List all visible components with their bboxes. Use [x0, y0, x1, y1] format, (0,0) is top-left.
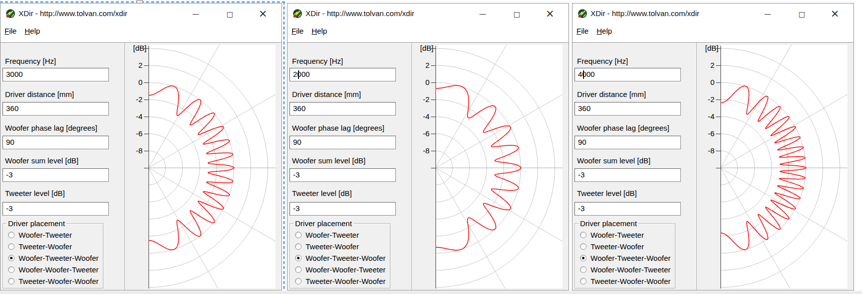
radio-tweeter-woofer[interactable]: Tweeter-Woofer — [8, 242, 101, 252]
radio-tweeter-woofer[interactable]: Tweeter-Woofer — [580, 242, 673, 252]
frequency-input[interactable]: 4000 — [574, 68, 681, 81]
driver-distance-value: 360 — [6, 104, 19, 113]
titlebar[interactable]: XDir - http://www.tolvan.com/xdir — □ × — [572, 4, 853, 24]
driver-placement-group: Driver placement Woofer-Tweeter Tweeter-… — [290, 223, 390, 288]
driver-distance-label: Driver distance [mm] — [577, 90, 646, 99]
menu-file[interactable]: File — [5, 27, 17, 35]
menu-help[interactable]: Help — [312, 27, 327, 35]
maximize-icon: □ — [508, 6, 525, 22]
menu-file[interactable]: File — [576, 27, 589, 35]
radio-button-icon — [580, 255, 587, 261]
maximize-button[interactable]: □ — [793, 6, 810, 22]
driver-distance-value: 360 — [293, 104, 306, 113]
woofer-phase-lag-input[interactable]: 90 — [3, 136, 109, 149]
radio-tweeter-woofer-woofer[interactable]: Tweeter-Woofer-Woofer — [580, 276, 673, 286]
radio-woofer-tweeter-woofer[interactable]: Woofer-Tweeter-Woofer — [580, 253, 673, 263]
tweeter-level-input[interactable]: -3 — [3, 202, 109, 216]
axis-tick-label: -4 — [126, 112, 142, 121]
radio-woofer-tweeter[interactable]: Woofer-Tweeter — [8, 230, 101, 240]
axis-tick — [144, 134, 149, 134]
axis-tick-label: -8 — [698, 146, 714, 155]
radio-woofer-woofer-tweeter[interactable]: Woofer-Woofer-Tweeter — [8, 265, 101, 275]
woofer-phase-lag-input[interactable]: 90 — [290, 136, 396, 149]
minimize-button[interactable]: — — [187, 6, 204, 22]
woofer-sum-level-input[interactable]: -3 — [3, 168, 109, 182]
radio-woofer-tweeter-woofer[interactable]: Woofer-Tweeter-Woofer — [8, 253, 101, 263]
axis-tick — [144, 100, 149, 100]
axis-tick — [144, 65, 149, 66]
maximize-button[interactable]: □ — [508, 6, 525, 22]
axis-tick — [144, 48, 149, 49]
radio-button-icon — [8, 255, 15, 261]
driver-distance-input[interactable]: 360 — [574, 102, 681, 116]
radio-woofer-tweeter-woofer[interactable]: Woofer-Tweeter-Woofer — [295, 253, 388, 263]
radio-button-icon — [295, 266, 302, 273]
xdir-app-icon — [6, 9, 16, 19]
driver-distance-label: Driver distance [mm] — [292, 90, 361, 99]
frequency-input[interactable]: 2000 — [290, 68, 396, 81]
axis-tick-label: -4 — [413, 112, 429, 121]
window-title: XDir - http://www.tolvan.com/xdir — [591, 4, 699, 24]
axis-tick-label: -6 — [126, 129, 142, 138]
close-button[interactable]: × — [541, 6, 558, 22]
radio-button-icon — [580, 232, 587, 238]
axis-tick-label: -2 — [698, 95, 714, 104]
radio-tweeter-woofer-woofer[interactable]: Tweeter-Woofer-Woofer — [295, 276, 388, 286]
menu-bar: File Help — [572, 24, 853, 43]
menu-help[interactable]: Help — [597, 27, 612, 35]
radio-woofer-tweeter[interactable]: Woofer-Tweeter — [580, 230, 673, 240]
woofer-phase-lag-label: Woofer phase lag [degrees] — [292, 124, 384, 132]
tweeter-level-value: -3 — [6, 204, 13, 213]
close-button[interactable]: × — [826, 6, 843, 22]
radio-button-icon — [295, 243, 302, 250]
frequency-input[interactable]: 3000 — [3, 68, 109, 81]
radio-button-icon — [8, 232, 15, 238]
polar-plot-pane: [dB] 2 0 -2 -4 -6 -8 — [696, 44, 853, 290]
driver-distance-input[interactable]: 360 — [290, 102, 396, 116]
axis-tick — [144, 117, 149, 117]
radio-label: Woofer-Tweeter-Woofer — [306, 254, 386, 262]
frequency-value: 2000 — [293, 70, 310, 78]
axis-tick — [716, 168, 720, 168]
axis-tick-label: -8 — [413, 146, 429, 155]
radio-button-icon — [580, 266, 587, 273]
radio-label: Tweeter-Woofer — [306, 242, 359, 251]
radio-tweeter-woofer-woofer[interactable]: Tweeter-Woofer-Woofer — [8, 276, 101, 286]
minimize-icon: — — [759, 6, 776, 21]
maximize-button[interactable]: □ — [221, 6, 238, 22]
titlebar[interactable]: XDir - http://www.tolvan.com/xdir — □ × — [1, 4, 281, 24]
tweeter-level-input[interactable]: -3 — [290, 202, 396, 216]
menu-help[interactable]: Help — [25, 27, 40, 35]
axis-tick — [716, 82, 720, 83]
minimize-button[interactable]: — — [474, 6, 491, 22]
close-button[interactable]: × — [254, 6, 271, 22]
woofer-sum-level-input[interactable]: -3 — [290, 168, 396, 182]
tweeter-level-label: Tweeter level [dB] — [5, 189, 65, 198]
screen-bottom-strip — [0, 291, 862, 294]
axis-tick-label: -6 — [413, 129, 429, 138]
woofer-sum-level-value: -3 — [578, 170, 585, 179]
titlebar[interactable]: XDir - http://www.tolvan.com/xdir — □ × — [287, 4, 568, 24]
tweeter-level-value: -3 — [293, 204, 300, 213]
xdir-window-2: XDir - http://www.tolvan.com/xdir — □ × … — [572, 3, 854, 290]
axis-tick-label: 0 — [126, 78, 142, 86]
radio-woofer-woofer-tweeter[interactable]: Woofer-Woofer-Tweeter — [295, 265, 388, 275]
radio-button-icon — [8, 278, 15, 284]
radio-woofer-woofer-tweeter[interactable]: Woofer-Woofer-Tweeter — [580, 265, 673, 275]
radio-tweeter-woofer[interactable]: Tweeter-Woofer — [295, 242, 388, 252]
minimize-button[interactable]: — — [759, 6, 776, 22]
selection-overlay-right[interactable] — [283, 2, 284, 294]
driver-distance-input[interactable]: 360 — [3, 102, 109, 116]
menu-file[interactable]: File — [292, 27, 304, 35]
radio-label: Tweeter-Woofer-Woofer — [19, 277, 99, 285]
maximize-icon: □ — [221, 6, 238, 22]
woofer-sum-level-input[interactable]: -3 — [574, 168, 681, 182]
driver-distance-value: 360 — [578, 104, 591, 113]
menu-bar: File Help — [1, 24, 281, 43]
radio-woofer-tweeter[interactable]: Woofer-Tweeter — [295, 230, 388, 240]
woofer-phase-lag-input[interactable]: 90 — [574, 136, 681, 149]
frequency-label: Frequency [Hz] — [577, 57, 628, 65]
tweeter-level-input[interactable]: -3 — [574, 202, 681, 216]
axis-tick — [716, 48, 720, 49]
polar-plot-pane: [dB] 2 0 -2 -4 -6 -8 — [124, 44, 281, 290]
